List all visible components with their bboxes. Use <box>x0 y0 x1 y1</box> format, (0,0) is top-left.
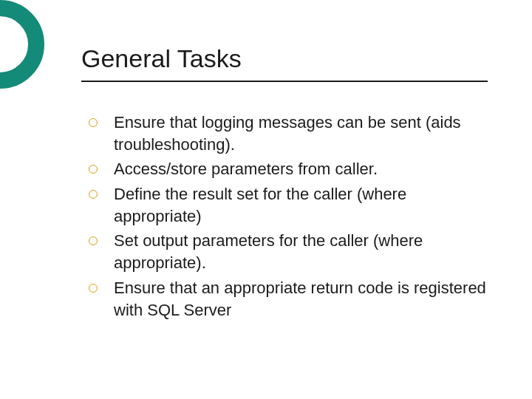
bullet-icon <box>89 165 98 174</box>
bullet-text: Set output parameters for the caller (wh… <box>114 230 488 273</box>
list-item: Define the result set for the caller (wh… <box>89 183 488 227</box>
bullet-list: Ensure that logging messages can be sent… <box>81 112 488 321</box>
list-item: Ensure that an appropriate return code i… <box>89 277 488 321</box>
bullet-icon <box>89 118 98 127</box>
bullet-icon <box>89 236 98 245</box>
bullet-icon <box>89 190 98 199</box>
accent-circle-decoration <box>0 0 44 89</box>
bullet-text: Ensure that an appropriate return code i… <box>114 277 488 321</box>
list-item: Ensure that logging messages can be sent… <box>89 112 488 155</box>
list-item: Set output parameters for the caller (wh… <box>89 230 488 273</box>
bullet-icon <box>89 284 98 293</box>
slide-title: General Tasks <box>81 44 488 82</box>
slide-content: General Tasks Ensure that logging messag… <box>81 44 488 324</box>
bullet-text: Define the result set for the caller (wh… <box>114 183 488 227</box>
bullet-text: Access/store parameters from caller. <box>114 158 488 180</box>
bullet-text: Ensure that logging messages can be sent… <box>114 112 488 155</box>
list-item: Access/store parameters from caller. <box>89 158 488 180</box>
